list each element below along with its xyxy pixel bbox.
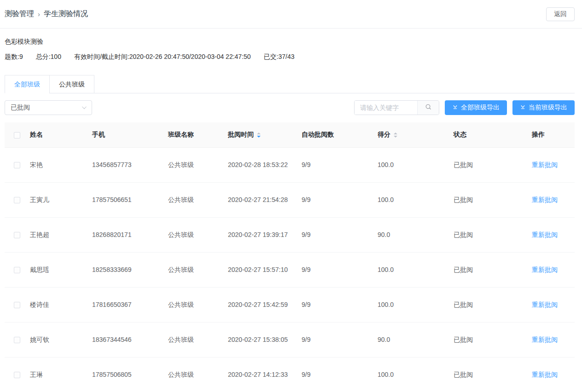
col-name: 姓名 [30,122,92,147]
class-name: 公共班级 [168,252,228,287]
score-value: 100.0 [378,252,454,287]
download-icon [452,104,458,111]
score-value: 100.0 [378,147,454,182]
review-status-select-value: 已批阅 [11,104,30,112]
re-review-link[interactable]: 重新批阅 [532,371,558,378]
chevron-down-icon [82,104,87,109]
student-name: 宋艳 [30,147,92,182]
export-current-class-label: 当前班级导出 [529,104,567,112]
breadcrumb: 测验管理 › 学生测验情况 [5,9,88,19]
students-table: 姓名 手机 班级名称 批阅时间 自动批阅数 得分 状态 操作 宋艳 134568… [5,122,575,392]
class-name: 公共班级 [168,182,228,217]
table-row: 王艳超 18268820171 公共班级 2020-02-27 19:39:17… [5,217,575,252]
total-score: 总分:100 [36,53,61,61]
row-checkbox[interactable] [14,197,20,203]
row-checkbox[interactable] [14,162,20,168]
search-icon [425,104,432,112]
student-name: 王琳 [30,357,92,392]
main-content: 色彩模块测验 题数:9 总分:100 有效时间/截止时间:2020-02-26 … [0,38,582,392]
row-checkbox[interactable] [14,302,20,308]
sort-icon[interactable] [257,133,261,138]
re-review-link[interactable]: 重新批阅 [532,266,558,273]
breadcrumb-separator-icon: › [38,10,40,18]
question-count: 题数:9 [5,53,23,61]
col-review-time-label: 批阅时间 [228,131,254,138]
class-name: 公共班级 [168,147,228,182]
score-value: 100.0 [378,357,454,392]
auto-reviewed-count: 9/9 [302,322,378,357]
tab-all-classes[interactable]: 全部班级 [5,75,50,93]
auto-reviewed-count: 9/9 [302,182,378,217]
auto-reviewed-count: 9/9 [302,147,378,182]
class-name: 公共班级 [168,287,228,322]
review-time: 2020-02-27 14:12:33 [228,357,302,392]
re-review-link[interactable]: 重新批阅 [532,301,558,308]
student-name: 楼诗佳 [30,287,92,322]
class-name: 公共班级 [168,357,228,392]
review-time: 2020-02-27 15:57:10 [228,252,302,287]
table-row: 宋艳 13456857773 公共班级 2020-02-28 18:53:22 … [5,147,575,182]
row-checkbox[interactable] [14,372,20,378]
export-current-class-button[interactable]: 当前班级导出 [512,100,575,115]
status-text: 已批阅 [454,182,532,217]
student-phone: 13456857773 [92,147,168,182]
score-value: 100.0 [378,287,454,322]
student-name: 姚可钦 [30,322,92,357]
col-score-label: 得分 [378,131,390,138]
export-all-classes-label: 全部班级导出 [461,104,500,112]
score-value: 100.0 [378,182,454,217]
review-time: 2020-02-28 18:53:22 [228,147,302,182]
student-name: 戴思瑶 [30,252,92,287]
student-phone: 17857506805 [92,357,168,392]
table-row: 王琳 17857506805 公共班级 2020-02-27 14:12:33 … [5,357,575,392]
status-text: 已批阅 [454,287,532,322]
breadcrumb-current: 学生测验情况 [44,9,88,19]
review-time: 2020-02-27 19:39:17 [228,217,302,252]
test-title: 色彩模块测验 [5,38,575,46]
re-review-link[interactable]: 重新批阅 [532,161,558,168]
re-review-link[interactable]: 重新批阅 [532,336,558,343]
table-row: 戴思瑶 18258333669 公共班级 2020-02-27 15:57:10… [5,252,575,287]
toolbar: 已批阅 [5,100,575,115]
back-button[interactable]: 返回 [546,7,575,21]
auto-reviewed-count: 9/9 [302,287,378,322]
student-phone: 18258333669 [92,252,168,287]
student-phone: 17857506651 [92,182,168,217]
status-text: 已批阅 [454,217,532,252]
student-name: 王艳超 [30,217,92,252]
table-header-row: 姓名 手机 班级名称 批阅时间 自动批阅数 得分 状态 操作 [5,122,575,147]
breadcrumb-parent[interactable]: 测验管理 [5,9,34,19]
status-text: 已批阅 [454,322,532,357]
class-name: 公共班级 [168,217,228,252]
download-icon [520,104,526,111]
student-phone: 18268820171 [92,217,168,252]
col-score[interactable]: 得分 [378,122,454,147]
table-row: 王寅儿 17857506651 公共班级 2020-02-27 21:54:28… [5,182,575,217]
review-time: 2020-02-27 15:38:05 [228,322,302,357]
test-info-row: 题数:9 总分:100 有效时间/截止时间:2020-02-26 20:47:5… [5,53,575,61]
review-status-select[interactable]: 已批阅 [5,100,92,115]
tab-public-class[interactable]: 公共班级 [49,75,94,93]
row-checkbox[interactable] [14,267,20,273]
student-phone: 18367344546 [92,322,168,357]
student-phone: 17816650367 [92,287,168,322]
status-text: 已批阅 [454,357,532,392]
valid-time-range: 有效时间/截止时间:2020-02-26 20:47:50/2020-03-04… [74,53,251,61]
search-button[interactable] [417,101,439,115]
col-phone: 手机 [92,122,168,147]
col-review-time[interactable]: 批阅时间 [228,122,302,147]
sort-icon[interactable] [394,133,397,138]
select-all-checkbox[interactable] [14,132,20,138]
export-all-classes-button[interactable]: 全部班级导出 [445,100,507,115]
row-checkbox[interactable] [14,337,20,343]
auto-reviewed-count: 9/9 [302,357,378,392]
auto-reviewed-count: 9/9 [302,252,378,287]
col-auto-reviewed: 自动批阅数 [302,122,378,147]
top-bar: 测验管理 › 学生测验情况 返回 [0,0,582,29]
table-body: 宋艳 13456857773 公共班级 2020-02-28 18:53:22 … [5,147,575,392]
search-input[interactable] [355,101,417,115]
search-group [354,100,439,115]
row-checkbox[interactable] [14,232,20,238]
re-review-link[interactable]: 重新批阅 [532,196,558,203]
re-review-link[interactable]: 重新批阅 [532,231,558,238]
